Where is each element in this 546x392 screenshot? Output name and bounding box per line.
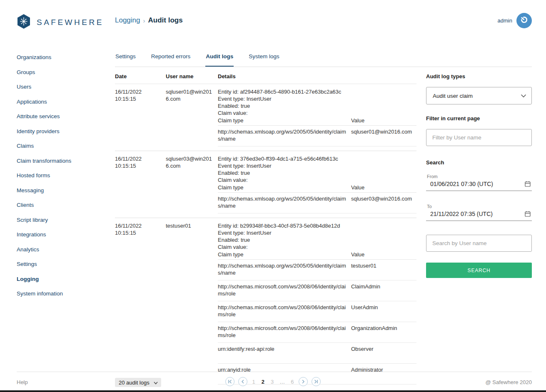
claim-type: http://schemas.microsoft.com/ws/2008/06/…: [218, 325, 351, 339]
breadcrumb-separator: ›: [143, 17, 145, 24]
sidebar-item-integrations[interactable]: Integrations: [17, 232, 104, 238]
page-number-1[interactable]: 1: [251, 379, 257, 385]
page-number-3[interactable]: 3: [269, 379, 275, 385]
filter-panel: Audit log types Audit user claim Filter …: [426, 67, 532, 389]
tab-bar: SettingsReported errorsAudit logsSystem …: [115, 52, 532, 67]
log-date-cell: 16/11/202210:15:15: [115, 222, 166, 385]
sidebar-item-hosted-forms[interactable]: Hosted forms: [17, 173, 104, 179]
sidebar-item-groups[interactable]: Groups: [17, 69, 104, 75]
log-user-name: testuser01: [166, 222, 212, 229]
first-page-button[interactable]: [225, 377, 234, 386]
help-link[interactable]: Help: [17, 379, 28, 385]
log-user-name: sqluser01@win2016.com: [166, 88, 212, 102]
from-calendar-icon[interactable]: [524, 181, 531, 187]
claim-value: sqluser03@win2016.com: [351, 195, 416, 210]
claim-row: http://schemas.microsoft.com/ws/2008/06/…: [218, 280, 416, 301]
detail-line-2: Enabled: true: [218, 169, 416, 176]
search-by-user-name-input[interactable]: [426, 235, 532, 252]
sidebar-item-clients[interactable]: Clients: [17, 202, 104, 208]
page-size-select[interactable]: 20 audit logs: [115, 378, 161, 387]
tab-settings[interactable]: Settings: [115, 52, 136, 67]
date-from-field: From 01/06/2021 07:30 (UTC): [426, 173, 532, 191]
app-page: SAFEWHERE Logging › Audit logs admin: [0, 0, 546, 392]
claims-table: Claim typeValuehttp://schemas.xmlsoap.or…: [218, 117, 416, 146]
to-date-value[interactable]: 21/11/2022 07:35 (UTC): [427, 211, 493, 217]
log-details-cell: Entity id: 376ed3e0-ff39-4dc1-a715-e56c4…: [218, 155, 416, 213]
claims-header-value: Value: [351, 184, 416, 191]
tab-reported-errors[interactable]: Reported errors: [151, 52, 191, 67]
detail-line-3: Claim value:: [218, 176, 416, 184]
tab-system-logs[interactable]: System logs: [248, 52, 280, 67]
sidebar-item-system-infomation[interactable]: System infomation: [17, 291, 104, 297]
claim-value: sqluser01@win2016.com: [351, 128, 416, 143]
claim-row: http://schemas.xmlsoap.org/ws/2005/05/id…: [218, 260, 416, 280]
claims-table: Claim typeValuehttp://schemas.xmlsoap.or…: [218, 184, 416, 213]
filter-by-user-name-input[interactable]: [426, 129, 532, 146]
log-details-cell: Entity id: af294487-86c5-4890-b161-27e63…: [218, 88, 416, 146]
claim-type: urn:identify:rest-api:role: [218, 345, 351, 360]
next-page-button[interactable]: [299, 377, 308, 386]
log-user-cell: testuser01: [166, 222, 218, 385]
breadcrumb-section-link[interactable]: Logging: [115, 16, 140, 25]
search-button[interactable]: SEARCH: [426, 263, 532, 278]
sidebar-item-settings[interactable]: Settings: [17, 261, 104, 267]
previous-page-button[interactable]: [238, 377, 247, 386]
claims-header-value: Value: [351, 251, 416, 258]
page-number-6[interactable]: 6: [289, 379, 295, 385]
log-date-cell: 16/11/202210:15:15: [115, 88, 166, 146]
from-label: From: [427, 174, 531, 179]
log-user-cell: sqluser01@win2016.com: [166, 88, 218, 146]
sidebar-item-claims[interactable]: Claims: [17, 143, 104, 149]
audit-log-rows: 16/11/202210:15:15sqluser01@win2016.comE…: [115, 84, 416, 389]
audit-log-types-select[interactable]: Audit user claim: [426, 87, 532, 104]
footer: Help 20 audit logs 123…6 @ Safewhere 202…: [0, 376, 546, 389]
claims-header-row: Claim typeValue: [218, 184, 416, 193]
detail-line-0: Entity id: 376ed3e0-ff39-4dc1-a715-e56c4…: [218, 155, 416, 162]
search-section-label: Search: [426, 159, 532, 166]
logout-power-button[interactable]: [516, 13, 532, 28]
to-calendar-icon[interactable]: [524, 211, 531, 217]
sidebar-nav: OrganizationsGroupsUsersApplicationsAttr…: [17, 55, 104, 306]
tab-audit-logs[interactable]: Audit logs: [205, 52, 234, 67]
pagination: 123…6: [225, 377, 321, 386]
chevron-down-icon: [154, 379, 158, 386]
sidebar-item-analytics[interactable]: Analytics: [17, 247, 104, 253]
detail-line-2: Enabled: true: [218, 236, 416, 243]
claim-type: http://schemas.microsoft.com/ws/2008/06/…: [218, 304, 351, 318]
claim-row: urn:identify:rest-api:roleObserver: [218, 343, 416, 364]
detail-line-1: Event type: InsertUser: [218, 229, 416, 236]
detail-line-1: Event type: InsertUser: [218, 162, 416, 169]
claim-value: ClaimAdmin: [351, 283, 416, 298]
sidebar-item-claim-transformations[interactable]: Claim transformations: [17, 158, 104, 164]
sidebar-item-applications[interactable]: Applications: [17, 99, 104, 105]
claim-row: http://schemas.microsoft.com/ws/2008/06/…: [218, 322, 416, 343]
claim-type: http://schemas.xmlsoap.org/ws/2005/05/id…: [218, 195, 351, 210]
sidebar-item-attribute-services[interactable]: Attribute services: [17, 114, 104, 119]
sidebar-item-logging[interactable]: Logging: [17, 276, 104, 282]
log-time: 10:15:15: [115, 229, 166, 236]
table-row: 16/11/202210:15:15sqluser01@win2016.comE…: [115, 84, 416, 151]
page-number-2[interactable]: 2: [260, 379, 266, 385]
brand-logo-link[interactable]: SAFEWHERE: [17, 14, 104, 31]
sidebar-item-messaging[interactable]: Messaging: [17, 188, 104, 194]
claim-type: http://schemas.microsoft.com/ws/2008/06/…: [218, 283, 351, 298]
claim-value: OrganizationAdmin: [351, 325, 416, 339]
sidebar-item-organizations[interactable]: Organizations: [17, 55, 104, 60]
from-date-value[interactable]: 01/06/2021 07:30 (UTC): [427, 181, 493, 187]
claim-value: UserAdmin: [351, 304, 416, 318]
column-header-details: Details: [218, 73, 416, 79]
log-date: 16/11/2022: [115, 88, 166, 95]
sidebar-item-users[interactable]: Users: [17, 84, 104, 90]
sidebar-item-script-library[interactable]: Script library: [17, 217, 104, 223]
claim-row: http://schemas.xmlsoap.org/ws/2005/05/id…: [218, 126, 416, 146]
column-header-date: Date: [115, 73, 166, 79]
detail-line-0: Entity id: af294487-86c5-4890-b161-27e63…: [218, 88, 416, 95]
claim-type: http://schemas.xmlsoap.org/ws/2005/05/id…: [218, 128, 351, 143]
log-user-cell: sqluser03@win2016.com: [166, 155, 218, 213]
last-page-button[interactable]: [312, 377, 321, 386]
breadcrumb: Logging › Audit logs: [115, 16, 183, 25]
claims-header-value: Value: [351, 117, 416, 124]
sidebar-item-identity-providers[interactable]: Identity providers: [17, 129, 104, 134]
log-date-cell: 16/11/202210:15:15: [115, 155, 166, 213]
page-size-value: 20 audit logs: [119, 380, 150, 386]
